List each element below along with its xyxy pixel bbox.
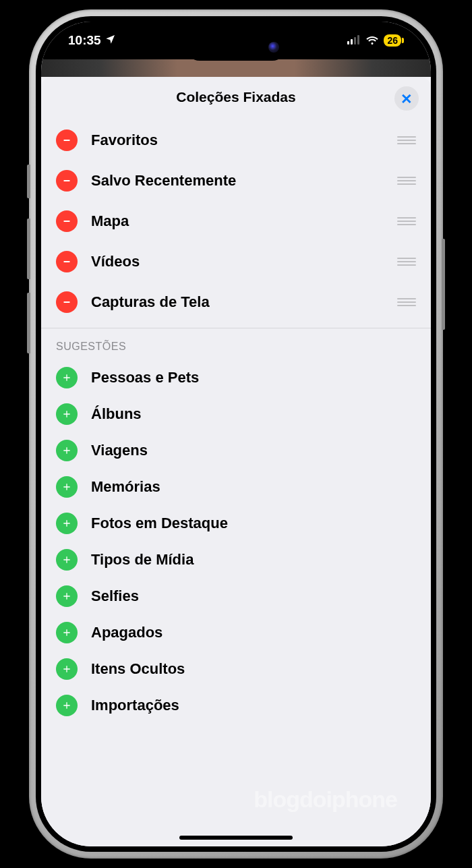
row-label: Importações bbox=[91, 697, 416, 714]
sheet-header: Coleções Fixadas ✕ bbox=[41, 77, 431, 117]
remove-button[interactable] bbox=[56, 291, 78, 313]
suggestion-row-tipos-de-midia[interactable]: Tipos de Mídia bbox=[41, 542, 431, 578]
row-label: Vídeos bbox=[91, 253, 397, 270]
location-icon bbox=[105, 33, 116, 48]
add-button[interactable] bbox=[56, 367, 78, 388]
row-label: Apagados bbox=[91, 624, 416, 641]
row-label: Viagens bbox=[91, 442, 416, 459]
pinned-row-videos[interactable]: Vídeos bbox=[41, 241, 431, 282]
power-button bbox=[442, 239, 445, 330]
suggestion-row-apagados[interactable]: Apagados bbox=[41, 614, 431, 651]
watermark: blogdoiphone bbox=[254, 786, 397, 813]
home-indicator[interactable] bbox=[179, 836, 293, 840]
pinned-row-salvo-recentemente[interactable]: Salvo Recentemente bbox=[41, 161, 431, 201]
drag-handle-icon[interactable] bbox=[397, 177, 416, 185]
close-button[interactable]: ✕ bbox=[394, 86, 419, 111]
svg-rect-1 bbox=[351, 39, 353, 45]
pinned-list: Favoritos Salvo Recentemente bbox=[41, 117, 431, 724]
suggestions-header: SUGESTÕES bbox=[41, 328, 431, 359]
suggestion-row-albuns[interactable]: Álbuns bbox=[41, 396, 431, 432]
add-button[interactable] bbox=[56, 549, 78, 571]
svg-rect-5 bbox=[63, 180, 69, 181]
row-label: Fotos em Destaque bbox=[91, 515, 416, 532]
add-button[interactable] bbox=[56, 403, 78, 425]
suggestion-row-pessoas-e-pets[interactable]: Pessoas e Pets bbox=[41, 359, 431, 396]
add-button[interactable] bbox=[56, 695, 78, 716]
drag-handle-icon[interactable] bbox=[397, 298, 416, 306]
suggestion-row-selfies[interactable]: Selfies bbox=[41, 578, 431, 614]
sheet-backdrop bbox=[41, 59, 431, 77]
row-label: Álbuns bbox=[91, 405, 416, 423]
add-button[interactable] bbox=[56, 622, 78, 643]
svg-rect-2 bbox=[354, 37, 356, 45]
remove-button[interactable] bbox=[56, 170, 78, 192]
row-label: Capturas de Tela bbox=[91, 293, 397, 311]
sheet-title: Coleções Fixadas bbox=[176, 89, 295, 105]
row-label: Memórias bbox=[91, 478, 416, 496]
remove-button[interactable] bbox=[56, 210, 78, 232]
battery-indicator: 26 bbox=[384, 34, 401, 47]
row-label: Tipos de Mídia bbox=[91, 551, 416, 569]
row-label: Itens Ocultos bbox=[91, 660, 416, 678]
svg-rect-6 bbox=[63, 221, 69, 222]
suggestion-row-itens-ocultos[interactable]: Itens Ocultos bbox=[41, 651, 431, 687]
svg-rect-0 bbox=[347, 41, 349, 45]
add-button[interactable] bbox=[56, 658, 78, 680]
row-label: Favoritos bbox=[91, 132, 397, 149]
row-label: Pessoas e Pets bbox=[91, 369, 416, 386]
drag-handle-icon[interactable] bbox=[397, 136, 416, 144]
remove-button[interactable] bbox=[56, 129, 78, 151]
volume-down-button bbox=[27, 293, 30, 353]
row-label: Selfies bbox=[91, 587, 416, 605]
dynamic-island bbox=[186, 34, 286, 61]
volume-up-button bbox=[27, 219, 30, 279]
suggestion-row-memorias[interactable]: Memórias bbox=[41, 469, 431, 505]
screen: 10:35 bbox=[41, 22, 431, 846]
add-button[interactable] bbox=[56, 513, 78, 534]
svg-rect-7 bbox=[63, 261, 69, 262]
row-label: Mapa bbox=[91, 212, 397, 230]
row-label: Salvo Recentemente bbox=[91, 172, 397, 190]
suggestion-row-importacoes[interactable]: Importações bbox=[41, 687, 431, 724]
side-button bbox=[27, 165, 30, 198]
pinned-row-mapa[interactable]: Mapa bbox=[41, 201, 431, 241]
close-icon: ✕ bbox=[401, 92, 413, 106]
drag-handle-icon[interactable] bbox=[397, 217, 416, 225]
pinned-row-capturas-de-tela[interactable]: Capturas de Tela bbox=[41, 282, 431, 322]
cellular-icon bbox=[347, 33, 361, 48]
wifi-icon bbox=[365, 33, 379, 48]
add-button[interactable] bbox=[56, 476, 78, 498]
pinned-collections-sheet: Coleções Fixadas ✕ Favoritos bbox=[41, 77, 431, 846]
remove-button[interactable] bbox=[56, 251, 78, 272]
svg-rect-3 bbox=[357, 35, 359, 45]
svg-rect-4 bbox=[63, 140, 69, 141]
suggestion-row-fotos-em-destaque[interactable]: Fotos em Destaque bbox=[41, 505, 431, 542]
pinned-row-favoritos[interactable]: Favoritos bbox=[41, 120, 431, 161]
phone-frame: 10:35 bbox=[29, 9, 443, 859]
status-time: 10:35 bbox=[68, 33, 101, 48]
drag-handle-icon[interactable] bbox=[397, 258, 416, 266]
add-button[interactable] bbox=[56, 585, 78, 607]
svg-rect-8 bbox=[63, 301, 69, 303]
front-camera bbox=[268, 42, 279, 53]
suggestion-row-viagens[interactable]: Viagens bbox=[41, 432, 431, 469]
add-button[interactable] bbox=[56, 440, 78, 461]
